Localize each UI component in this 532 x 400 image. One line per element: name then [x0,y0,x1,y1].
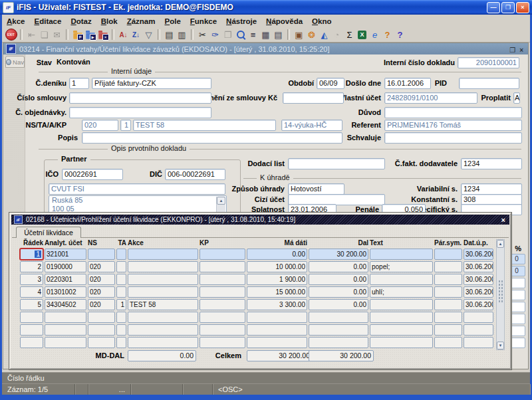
table-empty-cell[interactable] [247,312,307,323]
field-doslo-dne[interactable]: 16.01.2006 [384,78,431,89]
table-cell[interactable]: 0.00 [309,299,368,310]
table-cell[interactable]: 30.06.2009 [464,274,493,285]
table-cell[interactable]: 5 [20,299,43,310]
scroll-up-icon[interactable]: ▲ [217,197,225,205]
field-pid[interactable] [459,78,519,89]
table-cell[interactable] [370,299,433,310]
field-ns[interactable]: 020 [82,120,118,131]
excel-icon[interactable]: X [356,29,368,41]
table-cell[interactable]: 020 [88,261,115,272]
table-cell[interactable]: 3 300.00 [247,299,307,310]
search-icon[interactable] [234,29,247,41]
field-c-objednavky[interactable] [69,107,211,118]
enter-query-icon[interactable]: P [71,29,84,41]
table-cell[interactable] [370,249,433,260]
table-empty-cell[interactable] [116,312,126,323]
menu-item-funkce[interactable]: Funkce [186,16,221,27]
table-empty-cell[interactable] [434,324,462,336]
menu-item-napoveda[interactable]: Nápověda [261,16,307,27]
field-denik-c[interactable]: 1 [69,78,89,89]
table-cell[interactable]: 30.06.2009 [464,249,493,260]
table-scrollbar[interactable]: ▲ ▼ [496,239,505,350]
table-cell[interactable] [200,261,245,272]
field-duvod[interactable] [384,107,522,118]
menu-item-zaznam[interactable]: Záznam [122,16,160,27]
field-vlastni-ucet[interactable]: 24828091/0100 [384,92,477,104]
minimize-button[interactable]: — [487,2,500,13]
table-cell[interactable]: uhlí; [370,286,433,298]
table-empty-cell[interactable] [370,324,433,336]
table-cell[interactable] [200,286,245,298]
table-empty-cell[interactable] [247,337,307,348]
mail-icon[interactable]: ✉ [51,29,63,41]
table-empty-cell[interactable] [88,324,115,336]
table-cell[interactable]: 30.06.2009 [464,299,493,310]
table-empty-cell[interactable] [464,324,493,336]
field-ico[interactable]: 00022691 [62,169,123,180]
field-denik-nazev[interactable]: Přijaté faktury-CZK [92,78,211,89]
table-empty-cell[interactable] [128,312,198,323]
table-empty-cell[interactable] [45,337,86,348]
table-cell[interactable]: 30 200.00 [309,249,368,260]
table-cell[interactable] [128,261,198,272]
field-proplatit[interactable]: A [513,92,520,104]
sort-asc-icon[interactable]: A↓ [117,29,130,41]
table-cell[interactable] [116,286,126,298]
table-cell[interactable]: 0.00 [309,261,368,272]
table-empty-cell[interactable] [45,324,86,336]
table-cell[interactable] [434,286,462,298]
field-ta[interactable]: 1 [120,120,131,131]
table-cell[interactable]: 1 900.00 [247,274,307,285]
table-cell[interactable] [128,274,198,285]
clock-icon[interactable]: ◔ [331,29,343,41]
table-cell[interactable] [128,286,198,298]
menu-item-editace[interactable]: Editace [30,16,66,27]
cut-icon[interactable]: ✂ [196,29,209,41]
close-button[interactable]: × [516,2,529,13]
table-cell[interactable]: 020 [88,286,115,298]
table-cell[interactable]: 020 [88,274,115,285]
table-cell[interactable]: 30.06.2009 [464,286,493,298]
table-empty-cell[interactable] [370,337,433,348]
help-icon[interactable]: ? [394,29,406,41]
table-cell[interactable] [200,299,245,310]
table-empty-cell[interactable] [128,324,198,336]
field-variabilni[interactable]: 1234 [461,183,522,195]
table-cell[interactable]: 0190000 [45,261,86,272]
field-plneni[interactable] [283,92,344,104]
field-interni-cislo[interactable]: 2090100001 [458,57,519,68]
table-cell[interactable] [434,299,462,310]
table-empty-cell[interactable] [116,324,126,336]
table-cell[interactable]: 0220301 [45,274,86,285]
sum-icon[interactable]: Σ [343,29,356,41]
menu-item-okno[interactable]: Okno [307,16,336,27]
field-c-fakt[interactable]: 1234 [461,158,522,169]
table-empty-cell[interactable] [309,312,368,323]
table-empty-cell[interactable] [88,337,115,348]
table-cell[interactable] [88,249,115,260]
table-empty-cell[interactable] [88,312,115,323]
execute-query-icon[interactable]: ▶ [84,29,96,41]
table-empty-cell[interactable] [464,337,493,348]
table-cell[interactable] [434,249,462,260]
table-cell[interactable]: 3 [20,274,43,285]
table-cell[interactable]: 321001 [45,249,86,260]
table-empty-cell[interactable] [200,337,245,348]
scroll-up-icon[interactable]: ▲ [497,240,504,248]
table-cell[interactable] [434,261,462,272]
close-icon[interactable]: × [517,47,525,54]
table-cell[interactable]: 020 [88,299,115,310]
exit-button[interactable]: EXIT [5,29,17,41]
table-cell[interactable] [128,249,198,260]
table-cell[interactable]: 01301002 [45,286,86,298]
scroll-down-icon[interactable]: ▼ [497,342,504,350]
table-cell[interactable]: 0.00 [309,286,368,298]
sort-desc-icon[interactable]: Z↓ [130,29,142,41]
table-cell[interactable]: 4 [20,286,43,298]
table-cell[interactable] [434,274,462,285]
table-empty-cell[interactable] [116,337,126,348]
table-cell[interactable]: 1 [20,249,43,260]
table-cell[interactable] [370,274,433,285]
table-empty-cell[interactable] [200,324,245,336]
field-schvaluje[interactable] [384,132,522,144]
